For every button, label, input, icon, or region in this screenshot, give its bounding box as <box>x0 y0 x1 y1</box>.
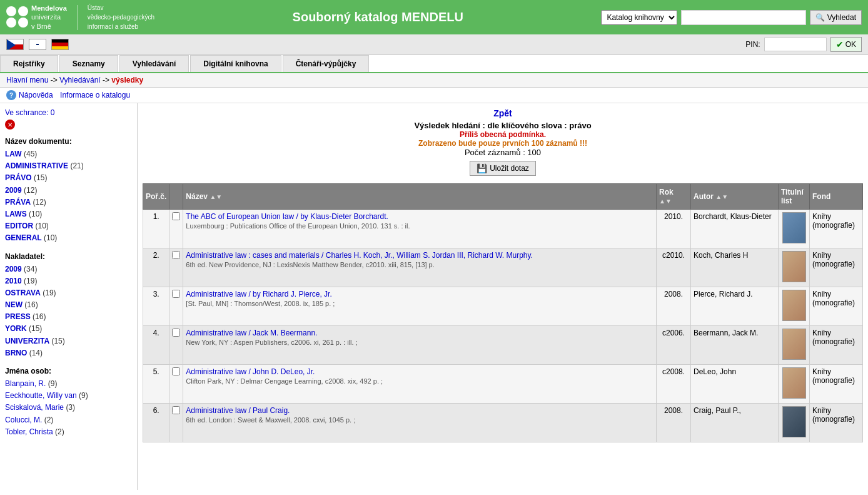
sidebar-nazev-item[interactable]: EDITOR (10) <box>5 220 132 232</box>
flag-german[interactable] <box>51 39 69 50</box>
row-checkbox-cell <box>169 248 183 287</box>
result-title-link[interactable]: Administrative law / Jack M. Beermann. <box>186 329 317 337</box>
row-cover[interactable] <box>779 326 810 365</box>
sidebar-nazev-item[interactable]: LAW (45) <box>5 148 132 160</box>
nav-ctenari[interactable]: Čtenáři-výpůjčky <box>283 55 370 72</box>
result-title-link[interactable]: The ABC of European Union law / by Klaus… <box>186 212 388 221</box>
sidebar-nazev-item[interactable]: PRÁVO (15) <box>5 172 132 184</box>
row-checkbox[interactable] <box>172 406 180 414</box>
book-cover-thumbnail[interactable] <box>782 406 806 437</box>
breadcrumb-arrow2: -> <box>103 76 111 84</box>
row-checkbox[interactable] <box>172 251 180 259</box>
sidebar-nazev-item[interactable]: ADMINISTRATIVE (21) <box>5 160 132 172</box>
catalog-dropdown[interactable]: Katalog knihovny <box>601 10 677 25</box>
sidebar-nazev-item[interactable]: 2009 (12) <box>5 185 132 196</box>
sidebar-jmena-item[interactable]: Sciskalová, Marie (3) <box>5 402 132 414</box>
row-fond: Knihy (monografie) <box>810 365 863 404</box>
sidebar-nakladatel-item[interactable]: OSTRAVA (19) <box>5 287 132 299</box>
sidebar-nakladatel-item[interactable]: 2010 (19) <box>5 275 132 287</box>
flag-czech[interactable] <box>6 39 24 50</box>
row-author: Beermann, Jack M. <box>691 326 779 365</box>
sidebar-jmena-item[interactable]: Blanpain, R. (9) <box>5 378 132 390</box>
napoveda-link[interactable]: Nápověda <box>19 91 53 100</box>
row-cover[interactable] <box>779 287 810 326</box>
ok-button[interactable]: ✔ OK <box>830 37 862 52</box>
row-checkbox[interactable] <box>172 367 180 375</box>
sidebar-nakladatel-item[interactable]: 2009 (34) <box>5 263 132 275</box>
row-year: c2006. <box>657 326 691 365</box>
col-header-fond: Fond <box>810 184 863 210</box>
nakladatel-title: Nakladatel: <box>5 252 132 261</box>
result-title-link[interactable]: Administrative law / by Richard J. Pierc… <box>186 290 331 299</box>
language-bar: PIN: ✔ OK <box>0 34 868 55</box>
nazev-sort-arrows[interactable]: ▲▼ <box>209 193 222 200</box>
nakladatel-list: 2009 (34)2010 (19)OSTRAVA (19)NEW (16)PR… <box>5 263 132 360</box>
row-cover[interactable] <box>779 365 810 404</box>
nav-vyhledavani[interactable]: Vyhledávání <box>119 55 189 72</box>
sidebar-jmena-item[interactable]: Tobler, Christa (2) <box>5 426 132 438</box>
result-title-link[interactable]: Administrative law / Paul Craig. <box>186 406 290 415</box>
sidebar-nakladatel-item[interactable]: PRESS (16) <box>5 311 132 323</box>
informace-link[interactable]: Informace o katalogu <box>60 91 130 100</box>
content-area: Zpět Výsledek hledání : dle klíčového sl… <box>138 103 868 490</box>
result-title-link[interactable]: Administrative law / John D. DeLeo, Jr. <box>186 367 315 376</box>
result-desc: 6th ed. London : Sweet & Maxwell, 2008. … <box>186 416 654 424</box>
sidebar-nazev-item[interactable]: LAWS (10) <box>5 208 132 220</box>
flag-english[interactable] <box>29 39 46 50</box>
row-year: 2008. <box>657 404 691 442</box>
book-cover-thumbnail[interactable] <box>782 367 806 399</box>
table-row: 4. Administrative law / Jack M. Beermann… <box>143 326 863 365</box>
col-header-autor: Autor ▲▼ <box>691 184 779 210</box>
table-row: 6. Administrative law / Paul Craig. 6th … <box>143 404 863 442</box>
rok-sort-arrows[interactable]: ▲▼ <box>659 198 672 205</box>
book-cover-thumbnail[interactable] <box>782 290 806 321</box>
breadcrumb: Hlavní menu -> Vyhledávání -> výsledky <box>0 73 868 88</box>
pin-input[interactable] <box>764 38 827 51</box>
header: Mendelova univerzita v Brně Ústav vědeck… <box>0 0 868 34</box>
row-checkbox-cell <box>169 404 183 442</box>
nav-digitalni[interactable]: Digitální knihovna <box>190 55 281 72</box>
count-info: Počet záznamů : 100 <box>414 148 591 157</box>
result-title-link[interactable]: Administrative law : cases and materials… <box>186 251 533 260</box>
nav-rejstriky[interactable]: Rejstříky <box>0 55 58 72</box>
row-checkbox-cell <box>169 326 183 365</box>
results-wrapper[interactable]: Poř.č. Název ▲▼ Rok ▲▼ Autor ▲▼ <box>143 183 863 442</box>
sidebar-nazev-item[interactable]: GENERAL (10) <box>5 232 132 244</box>
sidebar-nakladatel-item[interactable]: NEW (16) <box>5 299 132 311</box>
row-checkbox[interactable] <box>172 290 180 298</box>
row-fond: Knihy (monografie) <box>810 287 863 326</box>
sidebar-jmena-item[interactable]: Colucci, M. (2) <box>5 414 132 426</box>
sidebar-nazev-item[interactable]: PRÁVA (12) <box>5 196 132 208</box>
remove-icon[interactable]: ✕ <box>5 120 15 130</box>
row-cover[interactable] <box>779 248 810 287</box>
sidebar-nakladatel-item[interactable]: YORK (15) <box>5 323 132 335</box>
book-cover-thumbnail[interactable] <box>782 251 806 282</box>
row-title-cell: Administrative law / Paul Craig. 6th ed.… <box>183 404 657 442</box>
search-button[interactable]: 🔍 Vyhledat <box>810 10 862 25</box>
book-cover-thumbnail[interactable] <box>782 212 806 243</box>
breadcrumb-vyhledavani[interactable]: Vyhledávání <box>59 76 101 84</box>
sidebar-jmena-item[interactable]: Eeckhoutte, Willy van (9) <box>5 390 132 402</box>
nav-seznamy[interactable]: Seznamy <box>59 55 118 72</box>
row-fond: Knihy (monografie) <box>810 210 863 248</box>
result-desc: Clifton Park, NY : Delmar Cengage Learni… <box>186 377 654 385</box>
breadcrumb-home[interactable]: Hlavní menu <box>6 76 48 84</box>
help-icon[interactable]: ? <box>6 90 16 100</box>
row-cover[interactable] <box>779 210 810 248</box>
row-cover[interactable] <box>779 404 810 442</box>
back-link[interactable]: Zpět <box>414 108 591 118</box>
row-title-cell: The ABC of European Union law / by Klaus… <box>183 210 657 248</box>
book-cover-thumbnail[interactable] <box>782 329 806 360</box>
sidebar-nakladatel-item[interactable]: UNIVERZITA (15) <box>5 335 132 347</box>
schranky-link[interactable]: Ve schrance: 0 <box>5 108 54 117</box>
warning1: Příliš obecná podmínka. <box>414 130 591 139</box>
row-checkbox[interactable] <box>172 329 180 337</box>
help-area: ? Nápověda Informace o katalogu <box>0 88 868 103</box>
row-checkbox[interactable] <box>172 212 180 220</box>
sidebar-nakladatel-item[interactable]: BRNO (14) <box>5 347 132 359</box>
save-query-button[interactable]: 💾 Uložit dotaz <box>470 161 536 176</box>
search-input[interactable] <box>681 10 806 25</box>
result-desc: New York, NY : Aspen Publishers, c2006. … <box>186 339 654 346</box>
autor-sort-arrows[interactable]: ▲▼ <box>715 193 728 200</box>
row-num: 4. <box>143 326 169 365</box>
